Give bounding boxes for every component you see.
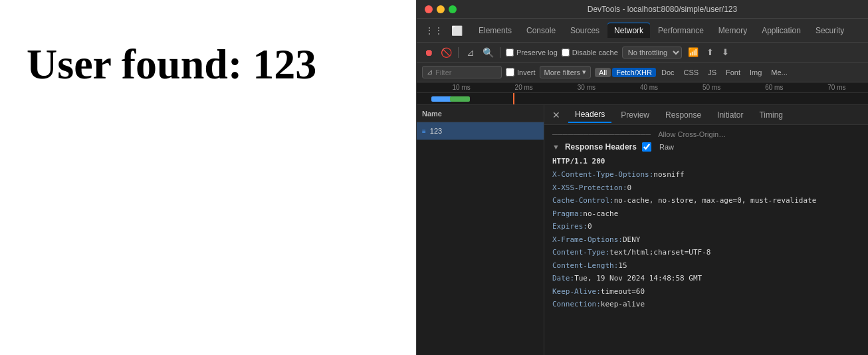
- titlebar-title: DevTools - localhost:8080/simple/user/12…: [465, 5, 860, 14]
- tab-application[interactable]: Application: [755, 23, 808, 38]
- header-value: no-cache, no-store, max-age=0, must-reva…: [614, 195, 817, 207]
- waterfall-marker: [513, 93, 514, 105]
- header-row: Content-Length: 15: [552, 261, 860, 272]
- filter-input[interactable]: [435, 68, 495, 76]
- timeline-bar: 10 ms 20 ms 30 ms 40 ms 50 ms 60 ms 70 m…: [417, 82, 868, 105]
- tab-memory[interactable]: Memory: [712, 23, 754, 38]
- pill-font[interactable]: Font: [722, 68, 744, 77]
- raw-button[interactable]: Raw: [657, 142, 677, 152]
- upload-icon[interactable]: ⬆: [705, 46, 716, 59]
- traffic-light-red[interactable]: [425, 5, 433, 13]
- name-list-header: Name: [417, 105, 544, 122]
- titlebar: DevTools - localhost:8080/simple/user/12…: [417, 0, 868, 19]
- pill-all[interactable]: All: [595, 68, 611, 77]
- header-value: nosniff: [653, 170, 684, 181]
- sub-tab-response[interactable]: Response: [659, 108, 708, 122]
- search-button[interactable]: 🔍: [481, 46, 494, 59]
- header-value: 15: [618, 261, 627, 272]
- response-headers-checkbox[interactable]: [642, 142, 651, 152]
- traffic-lights: [425, 5, 457, 13]
- header-row: X-XSS-Protection: 0: [552, 183, 860, 194]
- header-row: Connection: keep-alive: [552, 299, 860, 310]
- devtools-icon-1[interactable]: ⋮⋮: [422, 24, 446, 37]
- header-name: Pragma:: [552, 209, 583, 220]
- tab-elements[interactable]: Elements: [472, 23, 518, 38]
- preserve-log-checkbox[interactable]: [506, 49, 514, 57]
- clear-button[interactable]: 🚫: [439, 46, 453, 59]
- name-row-123[interactable]: ≡ 123: [417, 122, 544, 140]
- header-name: Keep-Alive:: [552, 287, 601, 298]
- filter-button[interactable]: ⊿: [464, 46, 477, 59]
- tab-network[interactable]: Network: [607, 23, 650, 38]
- status-line: HTTP/1.1 200: [552, 157, 860, 166]
- header-row: Keep-Alive: timeout=60: [552, 287, 860, 298]
- download-icon[interactable]: ⬇: [720, 46, 731, 59]
- pill-js[interactable]: JS: [704, 68, 720, 77]
- header-name: X-Frame-Options:: [552, 235, 623, 246]
- header-name: Content-Type:: [552, 247, 609, 259]
- sub-tab-initiator[interactable]: Initiator: [710, 108, 750, 122]
- response-headers-label: Response Headers: [565, 142, 637, 152]
- record-button[interactable]: ⏺: [422, 46, 435, 59]
- toolbar-sep-2: [500, 47, 500, 58]
- sub-tab-timing[interactable]: Timing: [752, 108, 790, 122]
- header-name: X-Content-Type-Options:: [552, 170, 653, 181]
- tab-sources[interactable]: Sources: [564, 23, 606, 38]
- tab-security[interactable]: Security: [809, 23, 851, 38]
- header-name: X-XSS-Protection:: [552, 183, 627, 194]
- headers-list: X-Content-Type-Options: nosniffX-XSS-Pro…: [552, 170, 860, 310]
- throttle-select[interactable]: No throttling: [622, 47, 682, 59]
- headers-content: ─────────────────── Allow Cross-Origin… …: [544, 125, 868, 355]
- header-row: X-Content-Type-Options: nosniff: [552, 170, 860, 181]
- devtools-icon-2[interactable]: ⬜: [449, 24, 465, 37]
- response-headers-section: ▼ Response Headers Raw: [552, 142, 860, 152]
- traffic-light-yellow[interactable]: [437, 5, 445, 13]
- more-filters-button[interactable]: More filters ▾: [540, 66, 591, 78]
- page-content: User found: 123: [0, 0, 416, 355]
- header-value: text/html;charset=UTF-8: [609, 247, 710, 259]
- invert-label[interactable]: Invert: [506, 68, 536, 76]
- wifi-icon[interactable]: 📶: [686, 46, 701, 59]
- header-value: 0: [588, 221, 592, 233]
- network-row-icon: ≡: [422, 128, 426, 135]
- sub-tabs: ✕ Headers Preview Response Initiator Tim…: [544, 105, 868, 125]
- header-value: keep-alive: [601, 299, 645, 310]
- sub-tab-headers[interactable]: Headers: [568, 107, 611, 123]
- header-value: timeout=60: [601, 287, 645, 298]
- type-pills: All Fetch/XHR Doc CSS JS Font Img Me...: [595, 68, 792, 77]
- header-row: Expires: 0: [552, 221, 860, 233]
- header-row: X-Frame-Options: DENY: [552, 235, 860, 246]
- pill-css[interactable]: CSS: [680, 68, 703, 77]
- tab-performance[interactable]: Performance: [651, 23, 710, 38]
- tab-console[interactable]: Console: [520, 23, 562, 38]
- header-row: Cache-Control: no-cache, no-store, max-a…: [552, 195, 860, 207]
- pill-doc[interactable]: Doc: [657, 68, 679, 77]
- name-row-text-123: 123: [430, 127, 442, 135]
- toolbar-sep-1: [458, 47, 459, 58]
- main-tabs: ⋮⋮ ⬜ Elements Console Sources Network Pe…: [417, 19, 868, 43]
- header-value: Tue, 19 Nov 2024 14:48:58 GMT: [574, 273, 702, 285]
- preserve-log-label[interactable]: Preserve log: [506, 49, 558, 57]
- filter-input-wrapper[interactable]: ⊿: [422, 66, 502, 78]
- filter-icon: ⊿: [427, 68, 433, 76]
- pill-fetch-xhr[interactable]: Fetch/XHR: [612, 68, 656, 77]
- invert-checkbox[interactable]: [506, 68, 514, 76]
- network-body: Name ≡ 123 ✕ Headers Preview Response In…: [417, 105, 868, 355]
- traffic-light-green[interactable]: [449, 5, 457, 13]
- devtools-panel: DevTools - localhost:8080/simple/user/12…: [416, 0, 868, 355]
- filter-bar: ⊿ Invert More filters ▾ All Fetch/XHR Do…: [417, 62, 868, 82]
- timeline-label-7: 70 ms: [806, 84, 868, 91]
- disable-cache-checkbox[interactable]: [562, 49, 570, 57]
- headers-panel: ✕ Headers Preview Response Initiator Tim…: [544, 105, 868, 355]
- header-name: Cache-Control:: [552, 195, 614, 207]
- timeline-label-3: 30 ms: [555, 84, 617, 91]
- sub-tab-preview[interactable]: Preview: [614, 108, 656, 122]
- timeline-label-6: 60 ms: [743, 84, 806, 91]
- pill-img[interactable]: Img: [746, 68, 766, 77]
- header-value: 0: [627, 183, 632, 194]
- truncated-header-row: ─────────────────── Allow Cross-Origin…: [552, 130, 860, 138]
- chevron-down-icon: ▾: [582, 68, 586, 76]
- close-panel-button[interactable]: ✕: [550, 108, 563, 122]
- pill-media[interactable]: Me...: [767, 68, 791, 77]
- disable-cache-label[interactable]: Disable cache: [562, 49, 618, 57]
